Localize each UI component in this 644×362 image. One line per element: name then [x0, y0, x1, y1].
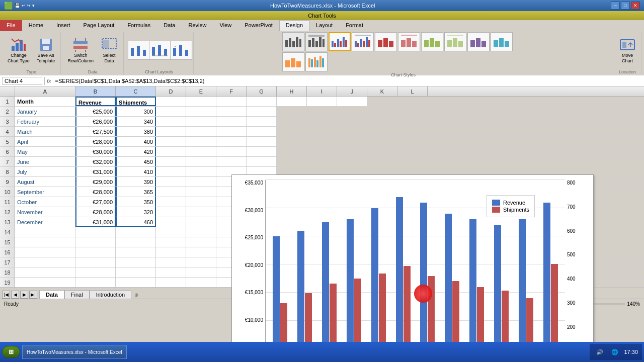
chart-style-2[interactable]: [305, 32, 328, 51]
cell-empty[interactable]: [216, 107, 247, 116]
chart-style-11[interactable]: [282, 52, 304, 71]
cell-empty[interactable]: [116, 257, 156, 267]
cell-empty[interactable]: [186, 217, 216, 227]
cell-shipments[interactable]: 350: [116, 197, 156, 207]
close-button[interactable]: ✕: [631, 2, 640, 10]
cell-shipments[interactable]: 410: [116, 167, 156, 176]
cell-empty[interactable]: [186, 157, 216, 166]
cell-empty[interactable]: [186, 257, 216, 267]
start-button[interactable]: ⊞: [2, 346, 20, 358]
cell-shipments[interactable]: 400: [116, 137, 156, 146]
col-header-a[interactable]: A: [15, 86, 75, 96]
cell-j1[interactable]: [337, 97, 367, 106]
cell-shipments[interactable]: 390: [116, 177, 156, 187]
cell-empty[interactable]: [75, 247, 116, 257]
cell-empty[interactable]: [156, 227, 186, 237]
bar-group[interactable]: [391, 180, 416, 362]
chart-style-4[interactable]: [352, 32, 374, 51]
cell-a1[interactable]: Month: [15, 97, 75, 106]
chart-style-10[interactable]: [491, 32, 513, 51]
cell-revenue[interactable]: €27,500: [75, 127, 116, 136]
cell-revenue[interactable]: €27,000: [75, 197, 116, 207]
cell-empty[interactable]: [156, 237, 186, 247]
cell-empty[interactable]: [15, 267, 75, 277]
cell-shipments[interactable]: 300: [116, 107, 156, 116]
cell-empty[interactable]: [186, 117, 216, 126]
cell-empty[interactable]: [186, 207, 216, 217]
tab-scroll-prev[interactable]: ◀: [11, 291, 19, 299]
cell-b1[interactable]: Revenue: [75, 97, 116, 106]
tab-review[interactable]: Review: [182, 20, 213, 31]
bar-group[interactable]: [416, 180, 440, 362]
cell-empty[interactable]: [186, 137, 216, 146]
cell-empty[interactable]: [216, 117, 247, 126]
cell-empty[interactable]: [186, 278, 216, 287]
cell-empty[interactable]: [247, 127, 277, 136]
col-header-k[interactable]: K: [367, 86, 397, 96]
cell-month[interactable]: August: [15, 177, 75, 187]
cell-empty[interactable]: [156, 107, 186, 116]
bar-group[interactable]: [366, 180, 391, 362]
cell-shipments[interactable]: 460: [116, 217, 156, 227]
cell-empty[interactable]: [247, 147, 277, 156]
tab-insert[interactable]: Insert: [50, 20, 77, 31]
col-header-c[interactable]: C: [116, 86, 156, 96]
cell-empty[interactable]: [186, 237, 216, 247]
cell-empty[interactable]: [156, 157, 186, 166]
cell-shipments[interactable]: 420: [116, 147, 156, 156]
cell-empty[interactable]: [186, 177, 216, 187]
chart-layout-2[interactable]: [149, 41, 171, 60]
bar-group[interactable]: [292, 180, 317, 362]
cell-shipments[interactable]: 365: [116, 187, 156, 197]
tab-design[interactable]: Design: [279, 20, 309, 31]
taskbar-icon-1[interactable]: 🔊: [594, 346, 606, 358]
cell-c1[interactable]: Shipments: [116, 97, 156, 106]
col-header-l[interactable]: L: [397, 86, 428, 96]
cell-revenue[interactable]: €28,000: [75, 137, 116, 146]
taskbar-icon-2[interactable]: 🌐: [609, 346, 621, 358]
chart-style-1[interactable]: [282, 32, 304, 51]
cell-empty[interactable]: [75, 257, 116, 267]
col-header-d[interactable]: D: [156, 86, 186, 96]
bar-group[interactable]: [342, 180, 366, 362]
cell-month[interactable]: February: [15, 117, 75, 126]
cell-month[interactable]: September: [15, 187, 75, 197]
col-header-i[interactable]: I: [307, 86, 337, 96]
cell-empty[interactable]: [116, 237, 156, 247]
cell-empty[interactable]: [186, 127, 216, 136]
tab-format[interactable]: Format: [339, 20, 370, 31]
col-header-f[interactable]: F: [216, 86, 247, 96]
cell-month[interactable]: April: [15, 137, 75, 146]
cell-d1[interactable]: [156, 97, 186, 106]
cell-revenue[interactable]: €31,000: [75, 167, 116, 176]
sheet-tab-introduction[interactable]: Introduction: [90, 290, 131, 299]
cell-shipments[interactable]: 320: [116, 207, 156, 217]
cell-empty[interactable]: [247, 137, 277, 146]
chart-style-12[interactable]: [305, 52, 328, 71]
col-header-j[interactable]: J: [337, 86, 367, 96]
cell-empty[interactable]: [156, 187, 186, 197]
cell-empty[interactable]: [15, 257, 75, 267]
cell-revenue[interactable]: €26,000: [75, 117, 116, 126]
tab-power-pivot[interactable]: PowerPivot: [238, 20, 279, 31]
cell-f1[interactable]: [216, 97, 247, 106]
cell-shipments[interactable]: 450: [116, 157, 156, 166]
cell-empty[interactable]: [75, 227, 116, 237]
sheet-tab-data[interactable]: Data: [39, 290, 64, 299]
cell-empty[interactable]: [186, 197, 216, 207]
maximize-button[interactable]: □: [621, 2, 630, 10]
chart-style-8[interactable]: [444, 32, 466, 51]
cell-empty[interactable]: [75, 267, 116, 277]
cell-empty[interactable]: [75, 278, 116, 287]
cell-empty[interactable]: [116, 278, 156, 287]
switch-row-column-button[interactable]: Switch Row/Column: [65, 35, 96, 65]
cell-empty[interactable]: [116, 247, 156, 257]
cell-empty[interactable]: [186, 247, 216, 257]
cell-empty[interactable]: [156, 197, 186, 207]
cell-empty[interactable]: [186, 167, 216, 176]
cell-empty[interactable]: [15, 227, 75, 237]
minimize-button[interactable]: ─: [611, 2, 620, 10]
cell-revenue[interactable]: €31,000: [75, 217, 116, 227]
chart-layout-1[interactable]: [128, 41, 150, 60]
new-sheet-button[interactable]: ⊕: [133, 291, 139, 299]
